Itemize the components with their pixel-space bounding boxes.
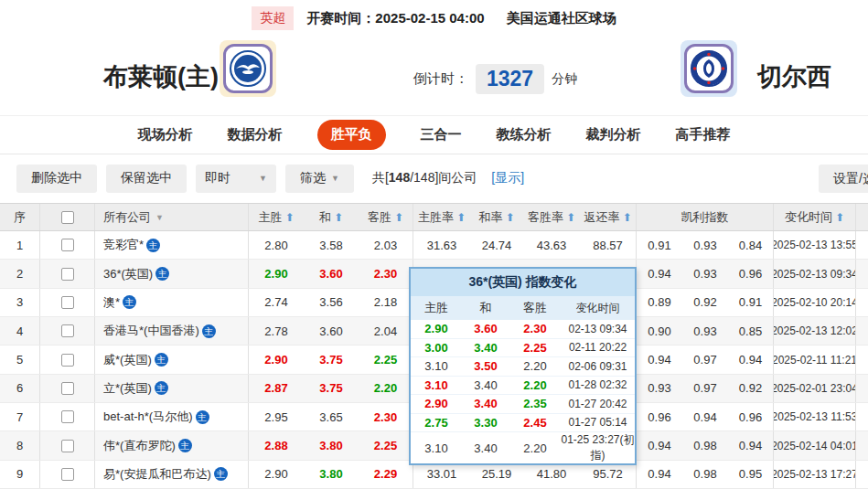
col-header-draw-rate[interactable]: 和率⬆ [470, 204, 523, 230]
popup-change-time: 02-06 09:31 [561, 360, 635, 373]
row-checkbox[interactable] [61, 468, 74, 481]
away-odds: 2.20 [359, 375, 413, 402]
row-checkbox[interactable] [61, 354, 74, 367]
row-index: 9 [0, 461, 40, 488]
show-link[interactable]: [显示] [491, 170, 524, 186]
away-rate: 43.63 [523, 231, 580, 259]
col-header-change-time[interactable]: 变化时间⬆ [774, 204, 856, 230]
popup-away-odds: 2.45 [509, 416, 561, 430]
kelly-draw: 0.94 [682, 403, 728, 431]
draw-odds: 3.58 [304, 231, 359, 259]
company-name: 威*(英国)主 [95, 345, 249, 373]
kelly-home: 0.93 [637, 375, 682, 402]
main-company-badge-icon: 主 [196, 410, 209, 424]
tab-win-draw-lose[interactable]: 胜平负 [317, 120, 386, 150]
countdown-label: 倒计时： [413, 70, 468, 88]
delete-selected-button[interactable]: 删除选中 [16, 165, 97, 193]
select-all-checkbox[interactable] [61, 211, 74, 224]
row-checkbox-cell [40, 375, 95, 402]
main-company-badge-icon: 主 [178, 439, 192, 452]
popup-home-odds: 2.90 [411, 397, 462, 410]
row-checkbox[interactable] [61, 324, 74, 337]
countdown: 倒计时： 1327 分钟 [413, 64, 577, 94]
row-checkbox[interactable] [61, 382, 74, 395]
col-header-away-rate[interactable]: 客胜率⬆ [523, 204, 580, 230]
row-index: 4 [0, 317, 40, 345]
table-row[interactable]: 1竞彩官*主2.803.582.0331.6324.7443.6388.570.… [0, 231, 868, 260]
main-company-badge-icon: 主 [146, 239, 160, 252]
away-odds: 2.04 [359, 317, 413, 345]
tab-coach-analysis[interactable]: 教练分析 [497, 126, 552, 144]
keep-selected-button[interactable]: 保留选中 [106, 165, 187, 193]
away-team-name: 切尔西 [757, 60, 831, 93]
sort-up-icon: ⬆ [566, 211, 575, 224]
popup-title: 36*(英国) 指数变化 [411, 269, 635, 296]
stub-cell [856, 289, 868, 316]
col-header-home[interactable]: 主胜⬆ [249, 204, 304, 230]
stub-cell [856, 260, 868, 287]
tab-referee-analysis[interactable]: 裁判分析 [586, 126, 641, 144]
sort-up-icon: ⬆ [835, 211, 844, 224]
league-badge[interactable]: 英超 [252, 6, 294, 30]
settings-select-button[interactable]: 设置/选择 [819, 165, 868, 193]
realtime-dropdown[interactable]: 即时 ▼ [196, 165, 276, 193]
stub-cell [856, 431, 868, 459]
stub-cell [856, 231, 868, 259]
draw-odds: 3.60 [304, 317, 359, 345]
away-odds: 2.30 [359, 403, 413, 431]
row-checkbox[interactable] [61, 440, 74, 452]
filter-dropdown[interactable]: 筛选 ▼ [285, 165, 354, 193]
row-checkbox[interactable] [61, 268, 74, 281]
col-header-draw[interactable]: 和⬆ [304, 204, 359, 230]
col-header-company[interactable]: 所有公司▼ [95, 204, 249, 230]
row-index: 6 [0, 375, 40, 402]
row-index: 1 [0, 231, 40, 259]
kelly-away: 0.85 [728, 317, 774, 345]
popup-away-odds: 2.20 [509, 378, 561, 392]
stub-cell [856, 403, 868, 431]
popup-change-time: 02-13 09:34 [561, 323, 635, 335]
row-checkbox[interactable] [61, 239, 74, 251]
popup-home-odds: 3.10 [411, 441, 462, 455]
main-company-badge-icon: 主 [155, 381, 168, 395]
company-name: 伟*(直布罗陀)主 [95, 431, 249, 459]
popup-change-time: 01-28 02:32 [561, 378, 635, 391]
row-index: 5 [0, 345, 40, 373]
col-header-home-rate[interactable]: 主胜率⬆ [413, 204, 470, 230]
popup-draw-odds: 3.60 [462, 322, 509, 335]
home-rate: 31.63 [413, 231, 470, 259]
company-count: 共[148/148]间公司 [372, 170, 477, 186]
row-checkbox-cell [40, 345, 95, 373]
popup-change-time: 01-27 05:14 [561, 416, 635, 429]
tab-expert-recommend[interactable]: 高手推荐 [676, 126, 731, 144]
home-odds: 2.87 [249, 375, 304, 402]
home-odds: 2.74 [249, 289, 304, 316]
filter-dropdown-label: 筛选 [300, 170, 326, 186]
draw-odds: 3.60 [304, 260, 359, 287]
home-odds: 2.78 [249, 317, 304, 345]
row-checkbox[interactable] [61, 410, 74, 423]
kelly-home: 0.91 [637, 231, 682, 259]
kelly-draw: 0.93 [682, 260, 728, 287]
tab-data-analysis[interactable]: 数据分析 [228, 126, 283, 144]
sort-up-icon: ⬆ [394, 211, 403, 224]
popup-draw-odds: 3.50 [462, 359, 509, 373]
tab-live-analysis[interactable]: 现场分析 [138, 126, 193, 144]
kelly-away: 0.96 [728, 260, 774, 287]
popup-header-row: 主胜 和 客胜 变化时间 [411, 296, 635, 320]
col-header-away[interactable]: 客胜⬆ [359, 204, 413, 230]
change-time: 2025-02-13 13:55 [774, 231, 856, 259]
row-checkbox[interactable] [61, 296, 74, 309]
sort-up-icon: ⬆ [334, 211, 343, 224]
chevron-down-icon: ▼ [259, 174, 267, 183]
change-time: 2025-02-14 04:01 [774, 431, 856, 459]
popup-change-time: 02-11 20:22 [561, 341, 635, 354]
popup-col-draw: 和 [462, 300, 509, 316]
col-header-kelly: 凯利指数 [637, 204, 774, 230]
change-time: 2025-02-13 17:27 [774, 461, 856, 488]
tab-three-in-one[interactable]: 三合一 [421, 126, 462, 144]
popup-change-time: 01-25 23:27(初指) [561, 432, 635, 463]
col-header-return-rate[interactable]: 返还率⬆ [580, 204, 637, 230]
row-index: 2 [0, 260, 40, 287]
main-company-badge-icon: 主 [202, 324, 216, 338]
